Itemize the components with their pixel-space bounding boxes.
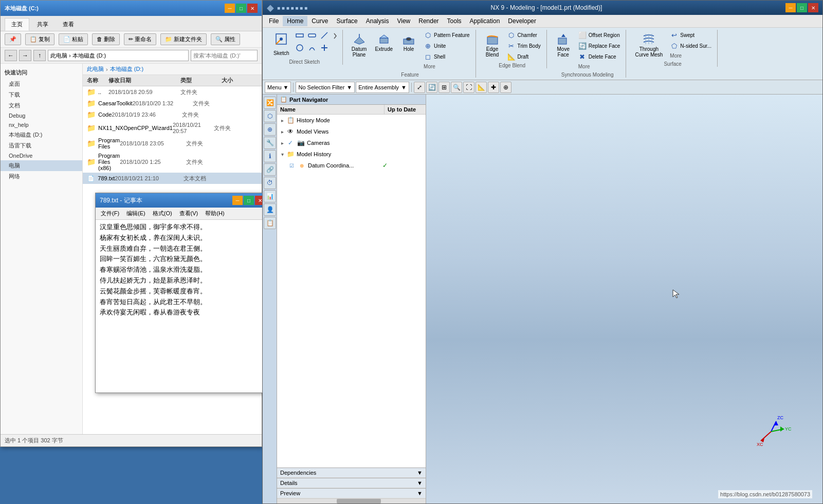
back-button[interactable]: ←	[5, 50, 17, 61]
model-views-expand-icon[interactable]: ▸	[279, 128, 285, 135]
sidebar-item-nx-help[interactable]: nx_help	[1, 120, 82, 129]
feature-more-button[interactable]: More	[421, 62, 472, 71]
nav-icon-1[interactable]: 🔀	[264, 97, 276, 109]
nav-icon-4[interactable]: 🔧	[264, 137, 276, 149]
notepad-menu-format[interactable]: 格式(O)	[150, 209, 175, 218]
tree-item-history[interactable]: ▸ 📋 History Mode	[277, 115, 426, 126]
swept-button[interactable]: ↩ Swept	[667, 30, 714, 40]
sidebar-item-computer[interactable]: 电脑	[1, 160, 82, 171]
sidebar-item-network[interactable]: 网络	[1, 171, 82, 182]
nx-menu-view[interactable]: View	[393, 16, 414, 26]
view-btn4[interactable]: 🔍	[451, 82, 462, 93]
address-bar[interactable]	[48, 50, 189, 61]
col-header-size[interactable]: 大小	[222, 77, 258, 84]
assembly-dropdown[interactable]: Entire Assembly ▼	[356, 82, 409, 93]
nav-icon-3[interactable]: ⊕	[264, 123, 276, 136]
delete-btn[interactable]: 🗑 删除	[92, 33, 120, 45]
draft-button[interactable]: 📐 Draft	[505, 51, 543, 62]
newfolder-btn[interactable]: 📁 新建文件夹	[160, 33, 207, 45]
notepad-menu-file[interactable]: 文件(F)	[98, 209, 122, 218]
view-btn2[interactable]: 🔄	[426, 82, 437, 93]
nav-icon-5[interactable]: ℹ	[264, 150, 276, 162]
nx-menu-developer[interactable]: Developer	[504, 16, 540, 26]
nav-icon-9[interactable]: 👤	[264, 203, 276, 216]
shell-button[interactable]: ◻ Shell	[421, 51, 472, 62]
sidebar-item-desktop[interactable]: 桌面	[1, 79, 82, 89]
edge-blend-button[interactable]: EdgeBlend	[481, 30, 504, 60]
rename-btn[interactable]: ✏ 重命名	[124, 33, 156, 45]
cameras-expand-icon[interactable]: ▸	[279, 140, 285, 146]
panel-scroll-thumb[interactable]	[337, 499, 381, 503]
extrude-button[interactable]: Extrude	[372, 30, 396, 54]
sketch-circle-btn[interactable]	[294, 42, 305, 53]
quick-access-header[interactable]: 快速访问	[1, 67, 82, 79]
unite-button[interactable]: ⊕ Unite	[421, 41, 472, 51]
nav-col-name-header[interactable]: Name	[277, 105, 385, 114]
forward-button[interactable]: →	[19, 50, 31, 61]
hole-button[interactable]: Hole	[397, 30, 420, 54]
menu-dropdown[interactable]: Menu ▼	[265, 82, 291, 93]
sidebar-item-debug[interactable]: Debug	[1, 111, 82, 120]
view-btn1[interactable]: ⤢	[414, 82, 425, 93]
delete-face-button[interactable]: ✖ Delete Face	[576, 51, 623, 62]
view-btn8[interactable]: ⊕	[500, 82, 511, 93]
close-button[interactable]: ✕	[247, 4, 258, 13]
tab-home[interactable]: 主页	[5, 18, 29, 31]
list-item[interactable]: 📁 NX11_NXOpenCPP_Wizard1 2018/10/21 20:5…	[83, 120, 262, 136]
history-expand-icon[interactable]: ▸	[279, 117, 285, 123]
replace-face-button[interactable]: 🔄 Replace Face	[576, 41, 623, 51]
sidebar-item-local-disk[interactable]: 本地磁盘 (D:)	[1, 129, 82, 140]
nx-menu-curve[interactable]: Curve	[307, 16, 332, 26]
nav-icon-10[interactable]: 📋	[264, 217, 276, 229]
list-item[interactable]: 📁 Program Files (x86) 2018/10/20 1:25 文件…	[83, 151, 262, 173]
sketch-shape-btn1[interactable]	[294, 30, 305, 41]
nav-col-status-header[interactable]: Up to Date	[385, 105, 426, 114]
notepad-menu-help[interactable]: 帮助(H)	[202, 209, 227, 218]
nx-menu-analysis[interactable]: Analysis	[362, 16, 393, 26]
through-curve-mesh-button[interactable]: ThroughCurve Mesh	[631, 30, 666, 60]
datum-plane-button[interactable]: DatumPlane	[348, 30, 371, 60]
notepad-menu-view[interactable]: 查看(V)	[176, 209, 202, 218]
tree-item-datum[interactable]: ☑ ⊕ Datum Coordina... ✓	[277, 160, 426, 171]
nx-menu-application[interactable]: Application	[466, 16, 504, 26]
sidebar-item-documents[interactable]: 文档	[1, 100, 82, 111]
col-header-date[interactable]: 修改日期	[108, 77, 180, 84]
model-history-expand-icon[interactable]: ▾	[279, 151, 285, 157]
nx-menu-tools[interactable]: Tools	[443, 16, 466, 26]
nav-icon-6[interactable]: 🔗	[264, 163, 276, 176]
sketch-arc-btn[interactable]	[306, 42, 318, 53]
sidebar-item-xunlei[interactable]: 迅雷下载	[1, 140, 82, 151]
paste-btn[interactable]: 📄 粘贴	[59, 33, 88, 45]
sketch-shape-btn3[interactable]	[319, 30, 330, 41]
preview-header[interactable]: Preview ▼	[277, 489, 426, 498]
details-header[interactable]: Details ▼	[277, 478, 426, 488]
view-btn7[interactable]: ✚	[488, 82, 499, 93]
col-header-name[interactable]: 名称	[87, 77, 108, 84]
dependencies-header[interactable]: Dependencies ▼	[277, 468, 426, 478]
path-disk-d[interactable]: 本地磁盘 (D:)	[110, 65, 143, 73]
nx-close[interactable]: ✕	[808, 3, 818, 12]
up-button[interactable]: ↑	[33, 50, 46, 61]
view-btn6[interactable]: 📐	[475, 82, 487, 93]
sketch-expand-btn[interactable]	[331, 30, 339, 42]
nav-icon-7[interactable]: ⏱	[264, 177, 276, 189]
search-input[interactable]	[191, 50, 258, 61]
nx-maximize[interactable]: □	[797, 3, 807, 12]
maximize-button[interactable]: □	[236, 4, 246, 13]
tree-item-model-history[interactable]: ▾ 📁 Model History	[277, 148, 426, 160]
nx-menu-surface[interactable]: Surface	[332, 16, 361, 26]
selection-filter-dropdown[interactable]: No Selection Filter ▼	[296, 82, 355, 93]
copy-btn[interactable]: 📋 复制	[25, 33, 54, 45]
tab-share[interactable]: 共享	[30, 18, 55, 31]
notepad-content-area[interactable]: 汉皇重色思倾国，御宇多年求不得。 杨家有女初长成，养在深闺人未识。 天生丽质难自…	[96, 220, 269, 393]
notepad-menu-edit[interactable]: 编辑(E)	[123, 209, 149, 218]
tab-view[interactable]: 查看	[56, 18, 81, 31]
col-header-type[interactable]: 类型	[180, 77, 222, 84]
sidebar-item-onedrive[interactable]: OneDrive	[1, 151, 82, 160]
panel-scrollbar[interactable]	[277, 498, 426, 503]
pattern-feature-button[interactable]: ⬡ Pattern Feature	[421, 30, 472, 40]
tree-item-cameras[interactable]: ▸ ✓ 📷 Cameras	[277, 137, 426, 148]
view-btn3[interactable]: ⊞	[438, 82, 450, 93]
nav-icon-2[interactable]: ⬡	[264, 110, 276, 122]
parent-folder-row[interactable]: 📁 .. 2018/10/18 20:59 文件夹	[83, 86, 262, 98]
